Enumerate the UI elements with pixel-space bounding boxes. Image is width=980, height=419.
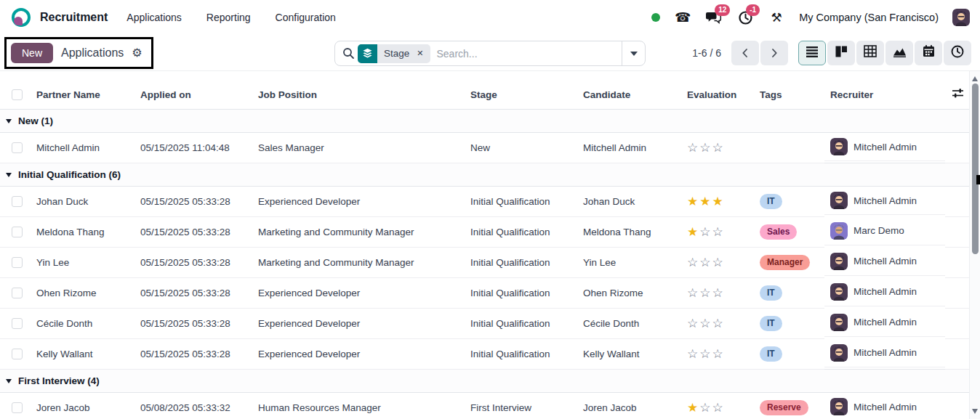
group-row[interactable]: Initial Qualification (6)	[0, 163, 969, 187]
odoo-recruitment-logo-icon[interactable]	[12, 8, 31, 27]
gear-icon[interactable]: ⚙	[132, 46, 142, 60]
scrollbar-thumb[interactable]	[972, 84, 979, 254]
scrollbar-up-arrow-icon[interactable]	[972, 76, 978, 81]
column-header-tags[interactable]: Tags	[754, 80, 824, 110]
star-empty-icon[interactable]: ☆	[712, 286, 725, 300]
search-input[interactable]	[437, 48, 622, 60]
menu-applications[interactable]: Applications	[126, 12, 182, 23]
table-row[interactable]: Meldona Thang05/15/2025 05:33:28Marketin…	[0, 217, 969, 248]
table-row[interactable]: Mitchell Admin05/15/2025 11:04:48Sales M…	[0, 133, 969, 163]
star-empty-icon[interactable]: ☆	[687, 141, 699, 155]
facet-close-icon[interactable]: ✕	[416, 49, 430, 58]
star-empty-icon[interactable]: ☆	[712, 401, 725, 415]
star-empty-icon[interactable]: ☆	[687, 317, 699, 330]
star-empty-icon[interactable]: ☆	[712, 347, 725, 361]
star-empty-icon[interactable]: ☆	[699, 286, 712, 300]
column-header-stage[interactable]: Stage	[465, 80, 577, 110]
view-switcher	[798, 41, 971, 65]
vertical-scrollbar[interactable]	[969, 71, 980, 419]
search-dropdown-toggle[interactable]	[622, 41, 645, 65]
star-empty-icon[interactable]: ☆	[687, 347, 699, 361]
pager-previous-button[interactable]	[731, 41, 759, 65]
messages-badge: 12	[715, 4, 730, 16]
view-switcher-calendar-button[interactable]	[915, 41, 942, 65]
star-empty-icon[interactable]: ☆	[712, 256, 725, 269]
graph-view-icon	[892, 45, 907, 61]
star-empty-icon[interactable]: ☆	[699, 401, 712, 415]
view-switcher-pivot-button[interactable]	[856, 41, 884, 65]
view-switcher-graph-button[interactable]	[885, 41, 913, 65]
star-empty-icon[interactable]: ☆	[687, 286, 699, 300]
row-checkbox[interactable]	[12, 318, 23, 329]
group-row[interactable]: New (1)	[0, 110, 969, 133]
row-checkbox[interactable]	[12, 288, 23, 298]
view-switcher-kanban-button[interactable]	[827, 41, 855, 65]
search-facet-stage[interactable]: Stage ✕	[358, 44, 430, 63]
group-row[interactable]: First Interview (4)	[0, 370, 969, 393]
scrollbar-down-arrow-icon[interactable]	[972, 409, 978, 414]
chevron-left-icon	[739, 46, 752, 60]
star-filled-icon[interactable]: ★	[699, 195, 712, 208]
messages-icon[interactable]: 12	[705, 9, 723, 25]
cell-evaluation: ★☆☆	[681, 217, 754, 248]
table-row[interactable]: Ohen Rizome05/15/2025 05:33:28Experience…	[0, 278, 969, 309]
phone-icon[interactable]: ☎	[674, 9, 691, 25]
pager-counter[interactable]: 1-6 / 6	[692, 47, 721, 59]
app-name[interactable]: Recruitment	[40, 11, 108, 24]
menu-reporting[interactable]: Reporting	[206, 12, 251, 23]
star-empty-icon[interactable]: ☆	[712, 225, 725, 239]
table-row[interactable]: Johan Duck05/15/2025 05:33:28Experienced…	[0, 187, 969, 217]
row-checkbox[interactable]	[12, 196, 23, 207]
table-row[interactable]: Cécile Donth05/15/2025 05:33:28Experienc…	[0, 309, 969, 339]
new-button[interactable]: New	[11, 43, 53, 63]
select-all-checkbox[interactable]	[12, 89, 23, 100]
row-select-cell	[0, 309, 31, 339]
menu-configuration[interactable]: Configuration	[276, 12, 336, 23]
star-empty-icon[interactable]: ☆	[687, 256, 699, 269]
table-row[interactable]: Kelly Wallant05/15/2025 05:33:28Experien…	[0, 339, 969, 370]
activities-icon[interactable]: -1	[736, 9, 754, 25]
view-switcher-activity-button[interactable]	[944, 41, 971, 65]
cell-recruiter: Mitchell Admin	[824, 339, 945, 367]
cell-trailing	[945, 309, 969, 339]
view-switcher-list-button[interactable]	[798, 41, 826, 65]
row-checkbox[interactable]	[12, 257, 23, 268]
star-filled-icon[interactable]: ★	[687, 401, 699, 415]
pager-next-button[interactable]	[760, 41, 788, 65]
row-checkbox[interactable]	[12, 402, 23, 413]
mouse-cursor-artifact	[976, 175, 980, 184]
row-checkbox[interactable]	[12, 142, 23, 153]
user-avatar[interactable]	[952, 9, 970, 26]
cell-recruiter: Mitchell Admin	[824, 187, 945, 215]
cell-stage: Initial Qualification	[465, 339, 577, 370]
row-checkbox[interactable]	[12, 227, 23, 237]
star-empty-icon[interactable]: ☆	[699, 256, 712, 269]
recruiter-name: Marc Demo	[854, 225, 904, 236]
star-empty-icon[interactable]: ☆	[699, 317, 712, 330]
column-header-recruiter[interactable]: Recruiter	[824, 80, 945, 110]
column-header-partner-name[interactable]: Partner Name	[31, 80, 134, 110]
cell-recruiter: Mitchell Admin	[824, 393, 945, 419]
cell-trailing	[945, 217, 969, 248]
cell-evaluation: ★☆☆	[681, 393, 754, 419]
optional-columns-toggle-icon[interactable]	[951, 91, 965, 102]
table-row[interactable]: Joren Jacob05/08/2025 05:33:32Human Reso…	[0, 393, 969, 419]
company-switcher[interactable]: My Company (San Francisco)	[799, 12, 939, 23]
column-header-job-position[interactable]: Job Position	[252, 80, 465, 110]
layers-icon	[358, 44, 377, 63]
column-header-evaluation[interactable]: Evaluation	[681, 80, 754, 110]
row-checkbox[interactable]	[12, 349, 23, 359]
column-header-applied-on[interactable]: Applied on	[134, 80, 252, 110]
column-header-candidate[interactable]: Candidate	[577, 80, 681, 110]
star-empty-icon[interactable]: ☆	[699, 347, 712, 361]
star-empty-icon[interactable]: ☆	[699, 141, 712, 155]
star-filled-icon[interactable]: ★	[687, 225, 699, 239]
star-filled-icon[interactable]: ★	[687, 195, 699, 208]
star-filled-icon[interactable]: ★	[712, 195, 725, 208]
star-empty-icon[interactable]: ☆	[712, 317, 725, 330]
star-empty-icon[interactable]: ☆	[699, 225, 712, 239]
table-row[interactable]: Yin Lee05/15/2025 05:33:28Marketing and …	[0, 248, 969, 278]
cell-applied-on: 05/15/2025 05:33:28	[134, 187, 252, 217]
star-empty-icon[interactable]: ☆	[712, 141, 725, 155]
tools-icon[interactable]: ⚒	[768, 9, 785, 25]
